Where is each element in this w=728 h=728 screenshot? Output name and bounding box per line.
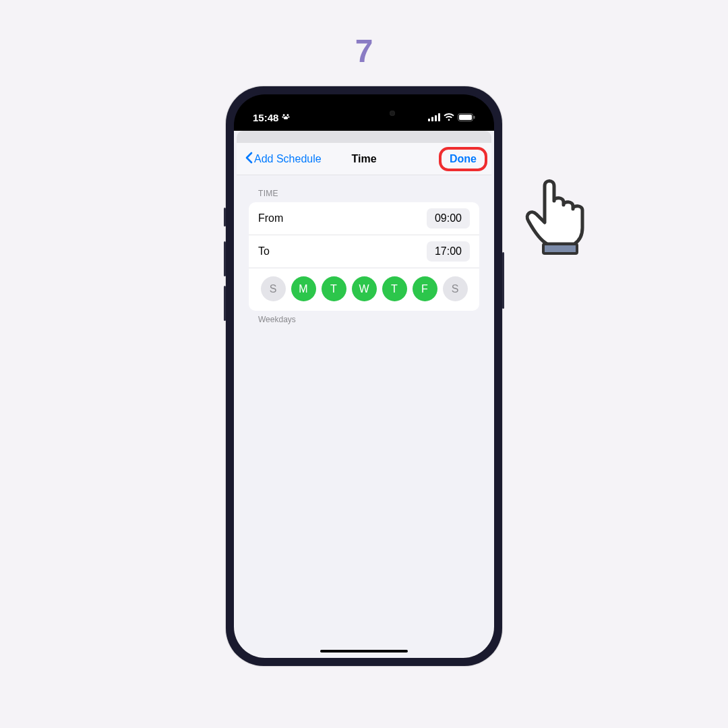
navigation-bar: Add Schedule Time Done bbox=[237, 143, 491, 175]
step-number: 7 bbox=[355, 32, 373, 69]
home-indicator[interactable] bbox=[320, 650, 408, 653]
day-toggle-fri[interactable]: F bbox=[413, 276, 437, 301]
svg-rect-4 bbox=[428, 119, 430, 121]
volume-up-button bbox=[224, 241, 226, 276]
wifi-icon bbox=[444, 113, 454, 121]
section-footer: Weekdays bbox=[258, 315, 470, 324]
dynamic-island bbox=[324, 102, 404, 124]
screen-content: Add Schedule Time Done TIME From 09:00 T… bbox=[234, 131, 494, 658]
svg-rect-9 bbox=[459, 115, 472, 120]
day-toggle-sat[interactable]: S bbox=[443, 276, 468, 301]
svg-rect-10 bbox=[474, 116, 475, 119]
chevron-left-icon bbox=[245, 152, 253, 166]
pointer-hand-icon bbox=[519, 163, 605, 259]
svg-point-1 bbox=[287, 114, 289, 116]
section-header-time: TIME bbox=[258, 189, 470, 198]
back-label: Add Schedule bbox=[254, 153, 322, 165]
day-toggle-mon[interactable]: M bbox=[291, 276, 316, 301]
phone-frame: 15:48 bbox=[226, 86, 502, 666]
nav-title: Time bbox=[351, 153, 376, 165]
day-toggle-wed[interactable]: W bbox=[352, 276, 377, 301]
svg-point-2 bbox=[282, 116, 284, 117]
cellular-icon bbox=[428, 113, 440, 121]
back-button[interactable]: Add Schedule bbox=[245, 152, 322, 166]
svg-point-0 bbox=[283, 114, 285, 116]
from-label: From bbox=[258, 212, 283, 224]
svg-rect-5 bbox=[431, 117, 433, 122]
svg-rect-11 bbox=[543, 244, 577, 253]
power-button bbox=[502, 252, 504, 309]
silent-switch bbox=[224, 208, 226, 226]
volume-down-button bbox=[224, 286, 226, 321]
svg-rect-6 bbox=[435, 115, 437, 121]
from-time-picker[interactable]: 09:00 bbox=[427, 208, 470, 229]
done-label: Done bbox=[450, 153, 477, 164]
status-clock: 15:48 bbox=[253, 112, 278, 123]
battery-icon bbox=[458, 113, 475, 121]
sheet-background-hint bbox=[237, 131, 491, 143]
row-from: From 09:00 bbox=[249, 202, 479, 235]
svg-point-3 bbox=[289, 116, 290, 117]
phone-screen: 15:48 bbox=[234, 94, 494, 658]
row-to: To 17:00 bbox=[249, 235, 479, 268]
day-toggle-sun[interactable]: S bbox=[261, 276, 286, 301]
day-toggle-thu[interactable]: T bbox=[382, 276, 407, 301]
svg-rect-7 bbox=[438, 113, 440, 121]
time-card: From 09:00 To 17:00 S M T W T F S bbox=[249, 202, 479, 311]
to-time-picker[interactable]: 17:00 bbox=[427, 241, 470, 262]
day-toggle-tue[interactable]: T bbox=[322, 276, 346, 301]
done-button[interactable]: Done bbox=[443, 150, 483, 168]
days-row: S M T W T F S bbox=[249, 268, 479, 311]
to-label: To bbox=[258, 245, 270, 257]
paw-icon bbox=[281, 112, 291, 123]
